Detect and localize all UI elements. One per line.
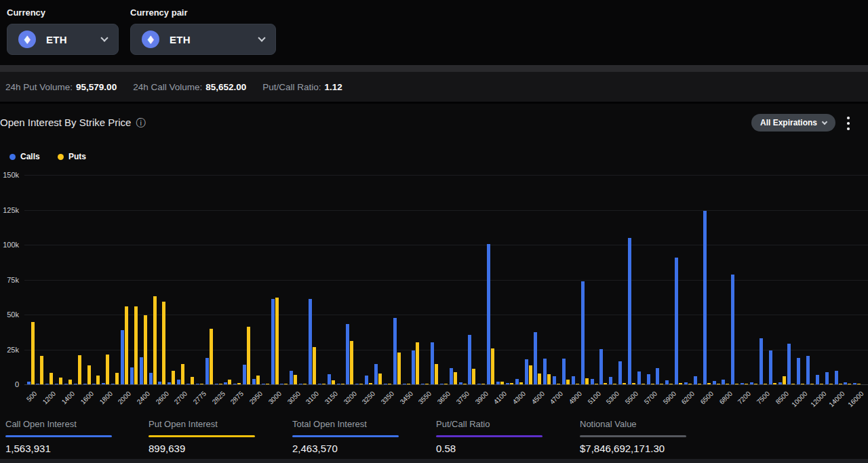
put-volume-stat: 24h Put Volume:95,579.00 [5, 82, 117, 92]
call-volume-label: 24h Call Volume: [133, 82, 202, 92]
summary-underline [436, 435, 542, 437]
chevron-down-icon [100, 34, 108, 41]
summary-value: 899,639 [149, 443, 284, 454]
expirations-filter-label: All Expirations [760, 118, 817, 127]
eth-icon: ◆ [18, 31, 36, 48]
summary-value: $7,846,692,171.30 [580, 443, 715, 454]
chart-title: Open Interest By Strike Price [0, 117, 131, 128]
expirations-filter-button[interactable]: All Expirations [751, 114, 835, 132]
chevron-down-icon [822, 119, 827, 125]
chevron-down-icon [258, 34, 265, 41]
summary-total-open-interest: Total Open Interest2,463,570 [292, 419, 428, 454]
legend-puts-dot [58, 154, 64, 160]
summary-underline [5, 435, 112, 437]
put-volume-value: 95,579.00 [76, 82, 117, 92]
summary-notional-value: Notional Value$7,846,692,171.30 [580, 419, 715, 454]
summary-put-open-interest: Put Open Interest899,639 [149, 419, 284, 454]
putcall-ratio-label: Put/Call Ratio: [262, 82, 321, 92]
legend-puts-label[interactable]: Puts [68, 152, 86, 161]
currency-pair-select-value: ETH [170, 34, 191, 45]
putcall-ratio-value: 1.12 [325, 82, 342, 92]
put-volume-label: 24h Put Volume: [5, 82, 73, 92]
kebab-menu-icon[interactable] [847, 117, 850, 133]
summary-put-call-ratio: Put/Call Ratio0.58 [436, 419, 572, 454]
section-divider [0, 65, 868, 72]
legend-calls-label[interactable]: Calls [20, 152, 40, 161]
eth-icon: ◆ [142, 31, 159, 48]
legend-calls-dot [9, 154, 16, 160]
call-volume-stat: 24h Call Volume:85,652.00 [133, 82, 246, 92]
currency-pair-label: Currency pair [130, 7, 188, 18]
summary-label: Total Open Interest [292, 419, 428, 429]
summary-label: Put/Call Ratio [436, 419, 572, 429]
currency-select-value: ETH [46, 34, 67, 45]
filters-section: Currency ◆ ETH Currency pair ◆ ETH [0, 0, 868, 65]
summary-value: 1,563,931 [5, 443, 141, 454]
currency-pair-select[interactable]: ◆ ETH [130, 24, 276, 55]
call-volume-value: 85,652.00 [205, 82, 246, 92]
summary-label: Put Open Interest [149, 419, 284, 429]
chart-section [0, 104, 868, 459]
summary-value: 2,463,570 [292, 443, 428, 454]
bottom-strip [0, 459, 868, 463]
currency-select[interactable]: ◆ ETH [7, 24, 119, 55]
summary-label: Notional Value [580, 419, 715, 429]
info-icon[interactable]: ⓘ [136, 118, 145, 127]
putcall-ratio-stat: Put/Call Ratio:1.12 [262, 82, 342, 92]
summary-underline [292, 435, 399, 437]
volume-stats-bar: 24h Put Volume:95,579.00 24h Call Volume… [0, 72, 868, 102]
summary-underline [149, 435, 255, 437]
summary-underline [580, 435, 686, 437]
chart-header: Open Interest By Strike Price ⓘ [0, 117, 145, 128]
summary-value: 0.58 [436, 443, 572, 454]
summary-call-open-interest: Call Open Interest1,563,931 [5, 419, 141, 454]
currency-label: Currency [7, 7, 45, 18]
summary-label: Call Open Interest [5, 419, 141, 429]
options-dashboard: Currency ◆ ETH Currency pair ◆ ETH 24h P… [0, 0, 868, 463]
